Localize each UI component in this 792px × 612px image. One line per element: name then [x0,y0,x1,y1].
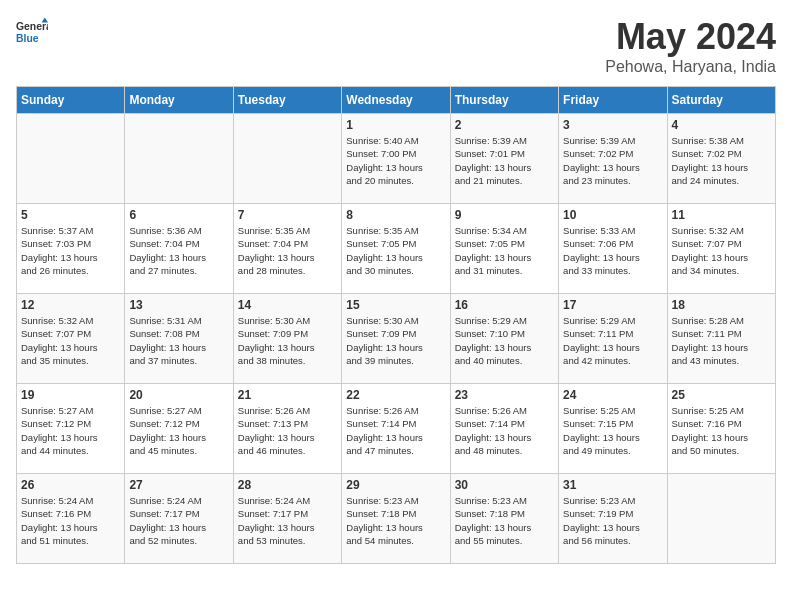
calendar-cell: 12Sunrise: 5:32 AM Sunset: 7:07 PM Dayli… [17,294,125,384]
cell-content: Sunrise: 5:33 AM Sunset: 7:06 PM Dayligh… [563,224,662,277]
calendar-cell: 17Sunrise: 5:29 AM Sunset: 7:11 PM Dayli… [559,294,667,384]
day-number: 11 [672,208,771,222]
calendar-cell: 31Sunrise: 5:23 AM Sunset: 7:19 PM Dayli… [559,474,667,564]
day-number: 13 [129,298,228,312]
day-number: 24 [563,388,662,402]
calendar-cell: 6Sunrise: 5:36 AM Sunset: 7:04 PM Daylig… [125,204,233,294]
week-row-3: 12Sunrise: 5:32 AM Sunset: 7:07 PM Dayli… [17,294,776,384]
cell-content: Sunrise: 5:24 AM Sunset: 7:16 PM Dayligh… [21,494,120,547]
day-number: 27 [129,478,228,492]
cell-content: Sunrise: 5:32 AM Sunset: 7:07 PM Dayligh… [672,224,771,277]
page-header: General Blue May 2024 Pehowa, Haryana, I… [16,16,776,76]
day-number: 4 [672,118,771,132]
weekday-header-wednesday: Wednesday [342,87,450,114]
calendar-cell: 15Sunrise: 5:30 AM Sunset: 7:09 PM Dayli… [342,294,450,384]
day-number: 9 [455,208,554,222]
calendar-cell [233,114,341,204]
cell-content: Sunrise: 5:35 AM Sunset: 7:05 PM Dayligh… [346,224,445,277]
calendar-cell: 21Sunrise: 5:26 AM Sunset: 7:13 PM Dayli… [233,384,341,474]
main-title: May 2024 [605,16,776,58]
day-number: 2 [455,118,554,132]
calendar-cell: 26Sunrise: 5:24 AM Sunset: 7:16 PM Dayli… [17,474,125,564]
svg-text:Blue: Blue [16,33,39,44]
calendar-cell: 7Sunrise: 5:35 AM Sunset: 7:04 PM Daylig… [233,204,341,294]
day-number: 3 [563,118,662,132]
cell-content: Sunrise: 5:39 AM Sunset: 7:02 PM Dayligh… [563,134,662,187]
calendar-cell: 25Sunrise: 5:25 AM Sunset: 7:16 PM Dayli… [667,384,775,474]
day-number: 12 [21,298,120,312]
calendar-cell: 8Sunrise: 5:35 AM Sunset: 7:05 PM Daylig… [342,204,450,294]
calendar-table: SundayMondayTuesdayWednesdayThursdayFrid… [16,86,776,564]
calendar-cell: 24Sunrise: 5:25 AM Sunset: 7:15 PM Dayli… [559,384,667,474]
cell-content: Sunrise: 5:24 AM Sunset: 7:17 PM Dayligh… [129,494,228,547]
calendar-cell: 29Sunrise: 5:23 AM Sunset: 7:18 PM Dayli… [342,474,450,564]
cell-content: Sunrise: 5:24 AM Sunset: 7:17 PM Dayligh… [238,494,337,547]
day-number: 5 [21,208,120,222]
cell-content: Sunrise: 5:23 AM Sunset: 7:18 PM Dayligh… [346,494,445,547]
day-number: 23 [455,388,554,402]
weekday-header-friday: Friday [559,87,667,114]
day-number: 6 [129,208,228,222]
calendar-cell: 1Sunrise: 5:40 AM Sunset: 7:00 PM Daylig… [342,114,450,204]
cell-content: Sunrise: 5:32 AM Sunset: 7:07 PM Dayligh… [21,314,120,367]
calendar-cell: 28Sunrise: 5:24 AM Sunset: 7:17 PM Dayli… [233,474,341,564]
cell-content: Sunrise: 5:39 AM Sunset: 7:01 PM Dayligh… [455,134,554,187]
calendar-cell [17,114,125,204]
cell-content: Sunrise: 5:23 AM Sunset: 7:18 PM Dayligh… [455,494,554,547]
day-number: 22 [346,388,445,402]
calendar-cell: 4Sunrise: 5:38 AM Sunset: 7:02 PM Daylig… [667,114,775,204]
calendar-cell: 16Sunrise: 5:29 AM Sunset: 7:10 PM Dayli… [450,294,558,384]
cell-content: Sunrise: 5:25 AM Sunset: 7:16 PM Dayligh… [672,404,771,457]
calendar-cell: 30Sunrise: 5:23 AM Sunset: 7:18 PM Dayli… [450,474,558,564]
weekday-header-tuesday: Tuesday [233,87,341,114]
cell-content: Sunrise: 5:29 AM Sunset: 7:10 PM Dayligh… [455,314,554,367]
calendar-cell: 22Sunrise: 5:26 AM Sunset: 7:14 PM Dayli… [342,384,450,474]
svg-marker-2 [42,18,48,23]
cell-content: Sunrise: 5:25 AM Sunset: 7:15 PM Dayligh… [563,404,662,457]
day-number: 31 [563,478,662,492]
cell-content: Sunrise: 5:26 AM Sunset: 7:13 PM Dayligh… [238,404,337,457]
calendar-cell: 27Sunrise: 5:24 AM Sunset: 7:17 PM Dayli… [125,474,233,564]
cell-content: Sunrise: 5:30 AM Sunset: 7:09 PM Dayligh… [346,314,445,367]
logo: General Blue [16,16,48,48]
weekday-header-monday: Monday [125,87,233,114]
calendar-cell: 9Sunrise: 5:34 AM Sunset: 7:05 PM Daylig… [450,204,558,294]
calendar-cell: 20Sunrise: 5:27 AM Sunset: 7:12 PM Dayli… [125,384,233,474]
day-number: 19 [21,388,120,402]
day-number: 16 [455,298,554,312]
day-number: 18 [672,298,771,312]
cell-content: Sunrise: 5:29 AM Sunset: 7:11 PM Dayligh… [563,314,662,367]
day-number: 7 [238,208,337,222]
day-number: 30 [455,478,554,492]
calendar-cell [667,474,775,564]
week-row-4: 19Sunrise: 5:27 AM Sunset: 7:12 PM Dayli… [17,384,776,474]
cell-content: Sunrise: 5:28 AM Sunset: 7:11 PM Dayligh… [672,314,771,367]
calendar-cell: 19Sunrise: 5:27 AM Sunset: 7:12 PM Dayli… [17,384,125,474]
calendar-cell: 10Sunrise: 5:33 AM Sunset: 7:06 PM Dayli… [559,204,667,294]
calendar-cell [125,114,233,204]
day-number: 14 [238,298,337,312]
day-number: 20 [129,388,228,402]
day-number: 17 [563,298,662,312]
weekday-header-row: SundayMondayTuesdayWednesdayThursdayFrid… [17,87,776,114]
cell-content: Sunrise: 5:23 AM Sunset: 7:19 PM Dayligh… [563,494,662,547]
calendar-cell: 5Sunrise: 5:37 AM Sunset: 7:03 PM Daylig… [17,204,125,294]
cell-content: Sunrise: 5:27 AM Sunset: 7:12 PM Dayligh… [21,404,120,457]
weekday-header-thursday: Thursday [450,87,558,114]
cell-content: Sunrise: 5:37 AM Sunset: 7:03 PM Dayligh… [21,224,120,277]
sub-title: Pehowa, Haryana, India [605,58,776,76]
cell-content: Sunrise: 5:40 AM Sunset: 7:00 PM Dayligh… [346,134,445,187]
cell-content: Sunrise: 5:35 AM Sunset: 7:04 PM Dayligh… [238,224,337,277]
cell-content: Sunrise: 5:34 AM Sunset: 7:05 PM Dayligh… [455,224,554,277]
calendar-cell: 18Sunrise: 5:28 AM Sunset: 7:11 PM Dayli… [667,294,775,384]
day-number: 26 [21,478,120,492]
calendar-cell: 14Sunrise: 5:30 AM Sunset: 7:09 PM Dayli… [233,294,341,384]
week-row-2: 5Sunrise: 5:37 AM Sunset: 7:03 PM Daylig… [17,204,776,294]
cell-content: Sunrise: 5:26 AM Sunset: 7:14 PM Dayligh… [346,404,445,457]
cell-content: Sunrise: 5:31 AM Sunset: 7:08 PM Dayligh… [129,314,228,367]
weekday-header-sunday: Sunday [17,87,125,114]
calendar-cell: 3Sunrise: 5:39 AM Sunset: 7:02 PM Daylig… [559,114,667,204]
day-number: 21 [238,388,337,402]
calendar-cell: 23Sunrise: 5:26 AM Sunset: 7:14 PM Dayli… [450,384,558,474]
day-number: 29 [346,478,445,492]
